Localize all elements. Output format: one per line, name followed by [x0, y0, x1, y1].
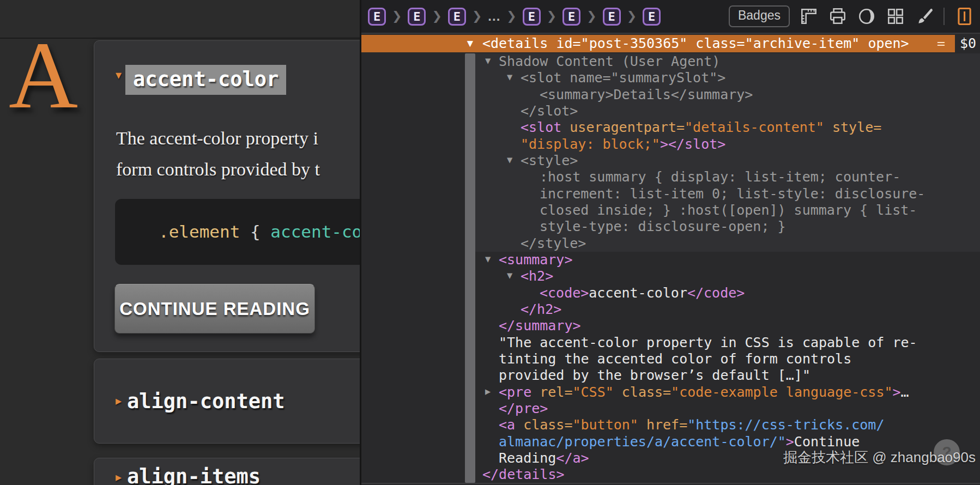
chevron-right-icon: ❯: [391, 9, 403, 23]
console-hint-dollar0: $0: [960, 35, 976, 52]
dom-tree-row[interactable]: <slot useragentpart="details-content" st…: [361, 119, 980, 136]
dom-tree-row[interactable]: increment: list-item 0; list-style: disc…: [361, 186, 980, 203]
breadcrumb-ellipsis: ...: [488, 9, 500, 24]
code-brace: {: [240, 222, 270, 241]
dom-token-tag: ></slot>: [660, 136, 725, 152]
dom-tree-row[interactable]: </summary>: [361, 318, 980, 335]
disclosure-triangle-icon[interactable]: ▼: [485, 56, 491, 65]
breadcrumb-badge-element[interactable]: E: [523, 8, 541, 26]
disclosure-triangle-icon[interactable]: ▼: [507, 72, 512, 82]
dom-token-dim: <style>: [521, 153, 578, 168]
breadcrumb-badge-element[interactable]: E: [368, 8, 386, 26]
disclosure-triangle-icon[interactable]: ▼: [507, 271, 512, 280]
breadcrumb-badge-element[interactable]: E: [408, 8, 426, 26]
dom-tree-row[interactable]: :host summary { display: list-item; coun…: [361, 169, 980, 186]
dom-node-text: provided by the browser’s default […]": [499, 367, 810, 384]
grid-button[interactable]: [886, 7, 905, 26]
disclosure-triangle-icon[interactable]: ▼: [485, 254, 491, 264]
dom-tree-row[interactable]: ▼<style>: [361, 153, 980, 169]
console-hint-equals: =: [937, 35, 945, 52]
dom-tree-row[interactable]: </pre>: [361, 401, 980, 417]
dom-node-text: </slot>: [521, 103, 578, 119]
dom-token-tag: <code>: [540, 285, 589, 301]
property-heading-align-items[interactable]: align-items: [127, 465, 261, 485]
chevron-right-icon: ❯: [585, 9, 597, 23]
dom-token-w: Reading: [499, 450, 556, 466]
dom-tree-row[interactable]: ▼<summary>: [361, 252, 980, 269]
disclosure-closed-icon[interactable]: ▸: [116, 471, 122, 483]
disclosure-triangle-icon[interactable]: ▼: [507, 155, 512, 165]
continue-reading-button[interactable]: CONTINUE READING: [114, 284, 315, 334]
ruler-icon: [799, 7, 819, 26]
sidebar-toggle-button[interactable]: [954, 6, 975, 27]
disclosure-open-icon[interactable]: ▾: [116, 69, 122, 81]
brush-button[interactable]: [915, 7, 934, 26]
dom-token-w: provided by the browser’s default […]": [499, 367, 810, 383]
breadcrumb-badge-element[interactable]: E: [448, 8, 466, 26]
property-heading-accent-color[interactable]: accent-color: [125, 65, 286, 95]
dom-token-dim: :host summary { display: list-item; coun…: [540, 169, 900, 185]
webpage-pane: A ▾ accent-color The accent-color proper…: [0, 0, 361, 485]
dom-tree-row[interactable]: style-type: disclosure-open; }: [361, 219, 980, 235]
sidebar-toggle-icon: [954, 6, 975, 27]
dom-node-text: <a class="button" href="https://css-tric…: [499, 417, 884, 433]
toolbar-controls: Badges: [729, 5, 975, 27]
dom-tree-row[interactable]: </details>: [361, 466, 980, 483]
print-button[interactable]: [828, 7, 848, 26]
dom-tree-row[interactable]: </slot>: [361, 103, 980, 120]
dom-tree-row[interactable]: "display: block;"></slot>: [361, 136, 980, 153]
breadcrumb-badge-element[interactable]: E: [643, 8, 661, 26]
dom-token-tag: </code>: [687, 285, 745, 301]
dom-node-text: <style>: [521, 153, 578, 169]
almanac-card-align-content: ▸ align-content: [94, 359, 361, 444]
dom-token-tag: </a>: [556, 450, 589, 466]
dom-token-tag: >: [786, 434, 794, 450]
dom-token-tag: <slot: [521, 119, 570, 135]
toolbar-divider: [943, 8, 945, 25]
dom-tree-row[interactable]: tinting the accented color of form contr…: [361, 351, 980, 368]
dom-tree-row[interactable]: </h2>: [361, 301, 980, 318]
dom-token-av: "details-content": [685, 119, 824, 135]
dom-tree-row[interactable]: </style>: [361, 235, 980, 252]
disclosure-triangle-icon[interactable]: ▶: [485, 387, 491, 396]
description-line: The accent-color property i: [116, 128, 318, 149]
property-heading-align-content[interactable]: align-content: [127, 390, 285, 413]
dom-token-av: "button": [572, 417, 638, 433]
badges-button[interactable]: Badges: [729, 5, 790, 27]
dom-tree-row[interactable]: "The accent-color property in CSS is cap…: [361, 335, 980, 351]
dom-token-tag: </details>: [482, 466, 565, 482]
dom-tree-row[interactable]: ▼<h2>: [361, 268, 980, 285]
disclosure-closed-icon[interactable]: ▸: [116, 395, 122, 407]
dom-node-text: :host summary { display: list-item; coun…: [540, 169, 900, 185]
dom-tree-row[interactable]: <code>accent-color</code>: [361, 285, 980, 302]
breadcrumb-badge-element[interactable]: E: [562, 8, 580, 26]
breadcrumb-badge-element[interactable]: E: [603, 8, 621, 26]
description-line: form controls provided by t: [116, 159, 320, 180]
almanac-card-accent-color: ▾ accent-color The accent-color property…: [94, 40, 361, 352]
dom-token-w: Continue: [794, 434, 860, 450]
chevron-right-icon: ❯: [546, 9, 558, 23]
dom-tree-row[interactable]: <a class="button" href="https://css-tric…: [361, 417, 980, 434]
dom-tree-row[interactable]: ▶<pre rel="CSS" class="code-example lang…: [361, 384, 980, 401]
dom-tree-row[interactable]: ▼Shadow Content (User Agent): [361, 53, 980, 70]
dom-token-dim: </style>: [521, 235, 586, 251]
dom-node-text: <slot useragentpart="details-content" st…: [521, 119, 881, 136]
code-selector: .element: [159, 222, 240, 241]
dom-token-dim: style-type: disclosure-open; }: [540, 219, 786, 234]
dom-token-an: href=: [638, 417, 687, 433]
disclosure-triangle-icon[interactable]: ▼: [465, 38, 475, 48]
dom-token-av: "CSS": [572, 384, 613, 400]
dom-token-an: class=: [523, 417, 572, 433]
dom-tree-row[interactable]: <summary>Details</summary>: [361, 87, 980, 104]
dom-tree-row[interactable]: closed inside; } :host([open]) summary {…: [361, 202, 980, 219]
dom-tree-row[interactable]: ▼<slot name="summarySlot">: [361, 70, 980, 87]
dom-token-av: "code-example language-css": [671, 384, 892, 400]
dom-token-tag: </h2>: [521, 301, 561, 317]
dom-tree-row[interactable]: provided by the browser’s default […]": [361, 367, 980, 384]
contrast-button[interactable]: [857, 7, 876, 26]
ruler-button[interactable]: [799, 7, 819, 26]
element-breadcrumb: E❯E❯E❯...❯E❯E❯E❯E: [368, 8, 661, 26]
dom-token-w: …: [901, 384, 909, 400]
code-property: accent-co: [270, 222, 361, 241]
dom-node-text: "The accent-color property in CSS is cap…: [499, 335, 917, 351]
